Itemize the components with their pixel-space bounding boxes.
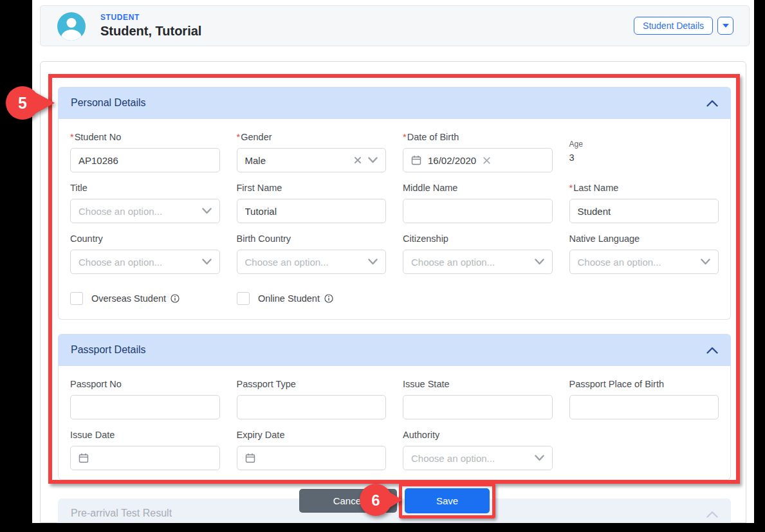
country-field-group: Country Choose an option... — [70, 234, 220, 274]
first-name-input[interactable] — [237, 199, 387, 223]
age-value: 3 — [569, 152, 719, 163]
authority-placeholder: Choose an option... — [411, 453, 528, 464]
native-language-select[interactable]: Choose an option... — [569, 250, 719, 274]
student-no-label: Student No — [75, 132, 122, 142]
middle-name-label: Middle Name — [403, 183, 553, 194]
student-details-button[interactable]: Student Details — [634, 17, 713, 35]
last-name-input[interactable] — [569, 199, 719, 223]
last-name-label: Last Name — [573, 183, 618, 193]
birth-country-placeholder: Choose an option... — [245, 257, 362, 268]
dob-value: 16/02/2020 — [428, 155, 476, 166]
passport-place-of-birth-field-group: Passport Place of Birth — [569, 379, 719, 419]
calendar-icon[interactable] — [411, 155, 421, 165]
details-dropdown-button[interactable] — [717, 17, 733, 35]
passport-place-of-birth-input[interactable] — [569, 395, 719, 419]
country-label: Country — [70, 234, 220, 245]
chevron-up-icon[interactable] — [706, 347, 718, 354]
passport-details-header[interactable]: Passport Details — [58, 334, 731, 366]
citizenship-field-group: Citizenship Choose an option... — [403, 234, 553, 274]
native-language-field-group: Native Language Choose an option... — [569, 234, 719, 274]
overseas-student-checkbox-group[interactable]: Overseas Student — [70, 292, 237, 305]
issue-date-datepicker[interactable] — [70, 446, 220, 470]
student-no-input[interactable] — [70, 148, 220, 172]
passport-type-label: Passport Type — [237, 379, 387, 390]
dob-datepicker[interactable]: 16/02/2020 — [403, 148, 553, 172]
native-language-label: Native Language — [569, 234, 719, 245]
issue-state-input[interactable] — [403, 395, 553, 419]
dob-label: Date of Birth — [407, 132, 459, 142]
gender-field-group: *Gender Male — [237, 132, 387, 172]
authority-label: Authority — [403, 430, 553, 441]
chevron-down-icon[interactable] — [535, 455, 544, 461]
info-icon[interactable] — [324, 294, 333, 303]
callout-step-6: 6 — [359, 483, 403, 517]
authority-select[interactable]: Choose an option... — [403, 446, 553, 470]
dob-field-group: *Date of Birth 16/02/2020 — [403, 132, 553, 172]
student-no-field-group: *Student No — [70, 132, 220, 172]
citizenship-label: Citizenship — [403, 234, 553, 245]
online-student-checkbox-group[interactable]: Online Student — [237, 292, 403, 305]
chevron-down-icon[interactable] — [202, 208, 212, 214]
title-select[interactable]: Choose an option... — [70, 199, 220, 223]
callout-5-number: 5 — [18, 94, 27, 112]
native-language-placeholder: Choose an option... — [578, 257, 695, 268]
section-title: Personal Details — [71, 97, 146, 109]
chevron-down-icon[interactable] — [368, 157, 378, 163]
chevron-down-icon[interactable] — [701, 259, 710, 265]
info-icon[interactable] — [171, 294, 180, 303]
first-name-label: First Name — [237, 183, 387, 194]
title-placeholder: Choose an option... — [78, 206, 196, 217]
passport-no-label: Passport No — [70, 379, 220, 390]
birth-country-label: Birth Country — [237, 234, 387, 245]
passport-no-input[interactable] — [70, 395, 220, 419]
personal-details-body: *Student No *Gender Male — [58, 119, 731, 320]
clear-icon[interactable] — [483, 156, 491, 165]
student-header-bar: STUDENT Student, Tutorial Student Detail… — [40, 5, 750, 46]
online-student-checkbox[interactable] — [237, 292, 250, 305]
country-select[interactable]: Choose an option... — [70, 250, 220, 274]
overseas-student-checkbox[interactable] — [70, 292, 83, 305]
clear-icon[interactable] — [354, 156, 362, 164]
online-student-label: Online Student — [258, 293, 320, 304]
middle-name-input[interactable] — [403, 199, 553, 223]
chevron-down-icon[interactable] — [535, 259, 544, 265]
save-button[interactable]: Save — [405, 488, 490, 513]
passport-place-of-birth-label: Passport Place of Birth — [569, 379, 719, 390]
calendar-icon[interactable] — [245, 453, 255, 463]
country-placeholder: Choose an option... — [78, 257, 196, 268]
callout-6-number: 6 — [371, 491, 380, 509]
birth-country-field-group: Birth Country Choose an option... — [237, 234, 387, 274]
required-asterisk: * — [70, 132, 74, 142]
calendar-icon[interactable] — [78, 453, 89, 463]
expiry-date-field-group: Expiry Date — [237, 430, 387, 470]
save-annotation-box: Save — [399, 483, 495, 518]
age-label: Age — [569, 140, 719, 149]
title-field-group: Title Choose an option... — [70, 183, 220, 223]
passport-type-field-group: Passport Type — [237, 379, 387, 419]
overseas-student-label: Overseas Student — [91, 293, 166, 304]
chevron-down-icon[interactable] — [368, 259, 378, 265]
gender-value: Male — [245, 155, 348, 166]
section-title: Passport Details — [71, 344, 146, 356]
chevron-up-icon[interactable] — [706, 100, 718, 107]
personal-details-header[interactable]: Personal Details — [58, 87, 731, 119]
issue-state-field-group: Issue State — [403, 379, 553, 419]
chevron-down-icon — [723, 24, 729, 28]
record-type-label: STUDENT — [100, 13, 201, 22]
chevron-down-icon[interactable] — [202, 259, 212, 265]
passport-type-input[interactable] — [237, 395, 387, 419]
citizenship-placeholder: Choose an option... — [411, 257, 528, 268]
section-title: Pre-arrival Test Result — [71, 508, 172, 519]
required-asterisk: * — [403, 132, 407, 142]
chevron-up-icon[interactable] — [706, 511, 718, 518]
authority-field-group: Authority Choose an option... — [403, 430, 553, 470]
expiry-date-datepicker[interactable] — [237, 446, 387, 470]
birth-country-select[interactable]: Choose an option... — [237, 250, 387, 274]
citizenship-select[interactable]: Choose an option... — [403, 250, 553, 274]
passport-details-section: Passport Details Passport No Passport Ty… — [58, 334, 731, 480]
gender-label: Gender — [241, 132, 272, 142]
gender-select[interactable]: Male — [237, 148, 387, 172]
title-label: Title — [70, 183, 220, 194]
passport-details-body: Passport No Passport Type Issue State Pa… — [58, 366, 731, 480]
issue-date-field-group: Issue Date — [70, 430, 220, 470]
